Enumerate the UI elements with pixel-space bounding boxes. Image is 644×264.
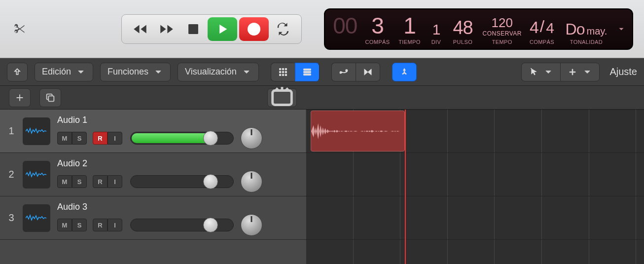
- lcd-dropdown[interactable]: [615, 25, 627, 34]
- svg-rect-2: [303, 71, 311, 73]
- grid-view-button[interactable]: [271, 63, 295, 81]
- svg-rect-3: [303, 74, 311, 75]
- main-toolbar: 00. 3COMPÁS 1TIEMPO 1DIV 48PULSO 120 CON…: [0, 0, 644, 58]
- functions-menu[interactable]: Funciones: [100, 63, 171, 81]
- automation-group: [331, 63, 380, 81]
- compas-label: COMPÁS: [365, 39, 390, 45]
- solo-button[interactable]: S: [72, 175, 87, 188]
- record-enable-button[interactable]: R: [93, 175, 107, 188]
- track-headers: 1 Audio 1 M S R I 2: [0, 110, 306, 264]
- cycle-button[interactable]: [270, 15, 296, 43]
- compas-dim: 00: [333, 14, 357, 37]
- mute-button[interactable]: M: [57, 219, 72, 231]
- input-monitor-button[interactable]: I: [107, 175, 122, 188]
- pulso-value[interactable]: 48: [453, 18, 472, 37]
- edit-menu[interactable]: Edición: [35, 63, 93, 81]
- timeline-row[interactable]: [306, 110, 644, 153]
- pan-knob[interactable]: [241, 214, 262, 236]
- pan-knob[interactable]: [241, 127, 262, 149]
- svg-point-4: [340, 72, 341, 73]
- svg-point-5: [346, 70, 347, 71]
- tiempo-label: TIEMPO: [398, 39, 421, 45]
- global-tracks-button[interactable]: [267, 88, 297, 107]
- key-label: TONALIDAD: [570, 39, 603, 45]
- forward-button[interactable]: [153, 15, 180, 43]
- arrange-area: 1 Audio 1 M S R I 2: [0, 110, 644, 264]
- lcd-display: 00. 3COMPÁS 1TIEMPO 1DIV 48PULSO 120 CON…: [324, 8, 633, 50]
- flex-button[interactable]: [356, 63, 380, 81]
- timeline-row[interactable]: [306, 196, 644, 240]
- solo-button[interactable]: S: [72, 219, 87, 231]
- volume-slider[interactable]: [130, 219, 234, 231]
- pan-knob[interactable]: [241, 171, 262, 192]
- track-number: 2: [0, 169, 23, 180]
- track-name[interactable]: Audio 3: [57, 202, 299, 212]
- duplicate-track-button[interactable]: [39, 88, 61, 107]
- div-value[interactable]: 1: [432, 22, 440, 37]
- playhead[interactable]: [405, 110, 406, 264]
- add-track-button[interactable]: [9, 88, 31, 107]
- tool-group: [521, 63, 600, 81]
- track-header-bar: 1357: [0, 86, 644, 110]
- automation-button[interactable]: [331, 63, 356, 81]
- hide-button[interactable]: [7, 63, 28, 81]
- solo-button[interactable]: S: [72, 132, 87, 145]
- pulso-label: PULSO: [453, 39, 472, 45]
- waveform-icon[interactable]: [23, 204, 50, 232]
- waveform-icon[interactable]: [23, 161, 50, 189]
- key-value[interactable]: Do may.: [566, 21, 608, 37]
- track-header[interactable]: 2 Audio 2 M S R I: [0, 153, 306, 196]
- scissors-icon[interactable]: [11, 21, 28, 38]
- rewind-button[interactable]: [127, 15, 153, 43]
- mute-button[interactable]: M: [57, 132, 72, 145]
- input-monitor-button[interactable]: I: [107, 219, 122, 231]
- track-header[interactable]: 3 Audio 3 M S R I: [0, 196, 306, 240]
- transport-controls: [121, 14, 302, 44]
- svg-rect-1: [303, 69, 311, 70]
- play-button[interactable]: [208, 17, 237, 41]
- svg-rect-8: [273, 90, 292, 105]
- track-name[interactable]: Audio 1: [57, 115, 299, 125]
- add-tool[interactable]: [560, 63, 600, 81]
- tempo-label: TEMPO: [492, 39, 512, 45]
- volume-slider[interactable]: [130, 132, 234, 145]
- record-enable-button[interactable]: R: [93, 132, 107, 145]
- timesig-label: COMPÁS: [530, 39, 554, 45]
- tempo-value[interactable]: 120: [492, 16, 513, 29]
- record-button[interactable]: [239, 17, 269, 41]
- tiempo-value[interactable]: 1: [403, 14, 416, 37]
- view-menu[interactable]: Visualización: [178, 63, 259, 81]
- input-monitor-button[interactable]: I: [107, 132, 122, 145]
- track-number: 3: [0, 212, 23, 224]
- compas-value[interactable]: 3: [371, 14, 384, 37]
- tracks-toolbar: Edición Funciones Visualización Ajuste: [0, 58, 644, 86]
- track-number: 1: [0, 125, 23, 137]
- mute-button[interactable]: M: [57, 175, 72, 188]
- view-mode-group: [271, 63, 320, 81]
- div-label: DIV: [431, 39, 441, 45]
- catch-button[interactable]: [392, 63, 417, 81]
- svg-rect-7: [48, 96, 54, 101]
- tempo-mode[interactable]: CONSERVAR: [483, 30, 522, 37]
- snap-label[interactable]: Ajuste: [609, 66, 637, 77]
- timeline[interactable]: [306, 110, 644, 264]
- time-signature[interactable]: 4 / 4: [530, 18, 554, 37]
- audio-region[interactable]: [311, 111, 405, 151]
- volume-slider[interactable]: [130, 175, 234, 188]
- svg-rect-0: [188, 24, 198, 34]
- track-name[interactable]: Audio 2: [57, 158, 299, 169]
- timeline-row[interactable]: [306, 153, 644, 196]
- stop-button[interactable]: [180, 15, 207, 43]
- record-enable-button[interactable]: R: [93, 219, 107, 231]
- pointer-tool[interactable]: [521, 63, 560, 81]
- waveform-icon[interactable]: [23, 117, 50, 145]
- list-view-button[interactable]: [295, 63, 320, 81]
- track-header[interactable]: 1 Audio 1 M S R I: [0, 110, 306, 153]
